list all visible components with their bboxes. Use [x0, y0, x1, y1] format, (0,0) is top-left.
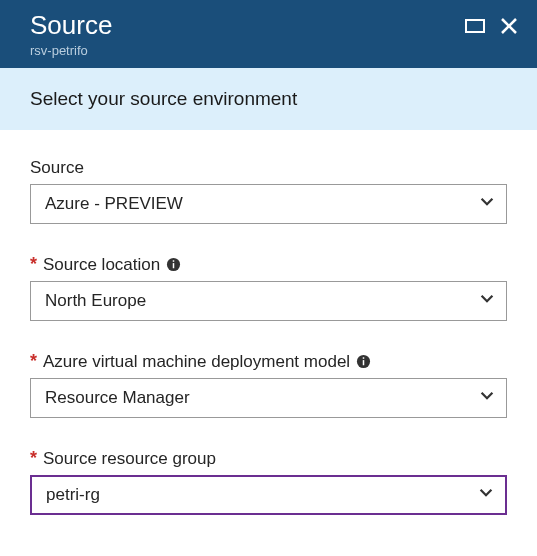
required-asterisk: * [30, 448, 37, 469]
svg-rect-5 [173, 260, 175, 262]
select-value: Resource Manager [45, 388, 190, 408]
chevron-down-icon [478, 387, 496, 410]
label-text: Source [30, 158, 84, 178]
select-resource-group[interactable]: petri-rg [30, 475, 507, 515]
select-value: petri-rg [46, 485, 100, 505]
label-deployment: * Azure virtual machine deployment model [30, 351, 507, 372]
label-resource-group: * Source resource group [30, 448, 507, 469]
label-text: Source resource group [43, 449, 216, 469]
field-source: Source Azure - PREVIEW [30, 158, 507, 224]
close-icon[interactable] [499, 16, 519, 36]
chevron-down-icon [478, 290, 496, 313]
required-asterisk: * [30, 351, 37, 372]
field-deployment: * Azure virtual machine deployment model… [30, 351, 507, 418]
required-asterisk: * [30, 254, 37, 275]
label-text: Source location [43, 255, 160, 275]
select-deployment[interactable]: Resource Manager [30, 378, 507, 418]
label-text: Azure virtual machine deployment model [43, 352, 350, 372]
label-source: Source [30, 158, 507, 178]
chevron-down-icon [478, 193, 496, 216]
svg-rect-4 [173, 263, 175, 268]
blade-subtitle: rsv-petrifo [30, 43, 112, 58]
section-banner: Select your source environment [0, 68, 537, 130]
info-icon[interactable] [166, 257, 181, 272]
svg-rect-0 [466, 20, 484, 32]
blade-header: Source rsv-petrifo [0, 0, 537, 68]
blade-title: Source [30, 10, 112, 41]
select-value: Azure - PREVIEW [45, 194, 183, 214]
select-source[interactable]: Azure - PREVIEW [30, 184, 507, 224]
chevron-down-icon [477, 484, 495, 507]
maximize-icon[interactable] [465, 16, 485, 36]
field-location: * Source location North Europe [30, 254, 507, 321]
field-resource-group: * Source resource group petri-rg [30, 448, 507, 515]
select-value: North Europe [45, 291, 146, 311]
info-icon[interactable] [356, 354, 371, 369]
header-titles: Source rsv-petrifo [30, 10, 112, 58]
svg-rect-7 [363, 360, 365, 365]
svg-rect-8 [363, 357, 365, 359]
header-controls [465, 10, 519, 36]
select-location[interactable]: North Europe [30, 281, 507, 321]
form-body: Source Azure - PREVIEW * Source location… [0, 130, 537, 556]
label-location: * Source location [30, 254, 507, 275]
